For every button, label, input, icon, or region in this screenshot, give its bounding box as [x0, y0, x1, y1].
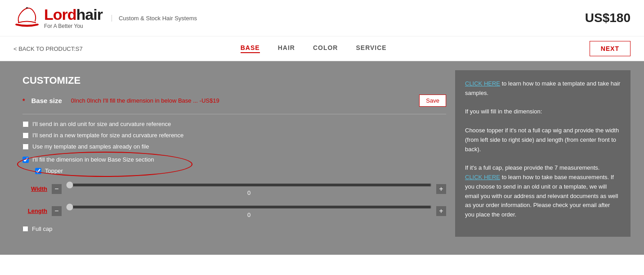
length-slider-row: Length − 0 +	[22, 203, 446, 218]
checkbox-label-3: Use my template and samples already on f…	[32, 143, 149, 150]
checkbox-my-template[interactable]	[22, 144, 29, 150]
checkbox-label-1: I'll send in an old unit for size and cu…	[32, 121, 171, 127]
base-size-divider	[22, 114, 446, 114]
save-button[interactable]: Save	[419, 95, 446, 107]
checkbox-label-2: I'll send in a new template for size and…	[32, 132, 183, 139]
nav-tabs: BASE HAIR COLOR SERVICE	[241, 44, 387, 53]
slider-section: Width − 0 + Length −	[22, 181, 446, 218]
checkbox-row-4: I'll fill the dimension in below Base Si…	[22, 154, 446, 163]
width-plus-button[interactable]: +	[436, 184, 446, 194]
logo-hair: hair	[76, 6, 103, 23]
header: Lordhair For A Better You Custom & Stock…	[0, 0, 644, 36]
length-slider-wrapper: 0	[66, 203, 432, 218]
checkbox-fill-dimension[interactable]	[22, 157, 29, 163]
lordhair-logo-icon	[13, 5, 40, 32]
checkbox-old-unit[interactable]	[22, 121, 29, 127]
info-text-2: If you will fill in the dimension:	[465, 107, 621, 117]
checkbox-group: I'll send in an old unit for size and cu…	[22, 121, 446, 174]
logo-text-block: Lordhair For A Better You	[44, 7, 103, 29]
width-slider-row: Width − 0 +	[22, 181, 446, 196]
logo-group: Lordhair For A Better You	[13, 5, 103, 32]
width-slider-wrapper: 0	[66, 181, 432, 196]
tab-color[interactable]: COLOR	[313, 44, 338, 53]
back-link[interactable]: < BACK TO PRODUCT:S7	[13, 45, 83, 52]
header-subtitle: Custom & Stock Hair Systems	[112, 15, 197, 22]
base-size-value: 0Inch 0Inch I'll fill the dimension in b…	[71, 97, 415, 104]
length-slider[interactable]	[66, 203, 432, 211]
customize-panel: CUSTOMIZE * Base size 0Inch 0Inch I'll f…	[13, 70, 631, 237]
nav-bar: < BACK TO PRODUCT:S7 BASE HAIR COLOR SER…	[0, 36, 644, 61]
tab-hair[interactable]: HAIR	[278, 44, 295, 53]
checkbox-topper[interactable]	[35, 168, 41, 174]
base-size-row: * Base size 0Inch 0Inch I'll fill the di…	[22, 95, 446, 107]
main-content: CUSTOMIZE * Base size 0Inch 0Inch I'll f…	[0, 61, 644, 255]
checkbox-fullcap[interactable]	[22, 226, 28, 232]
checkbox-row-3: Use my template and samples already on f…	[22, 143, 446, 150]
info-text-3: Choose topper if it's not a full cap wig…	[465, 126, 621, 154]
length-label: Length	[22, 207, 47, 214]
length-minus-button[interactable]: −	[52, 206, 62, 216]
header-price: US$180	[585, 11, 631, 25]
info-text-4-prefix: If it's a full cap, please provide the 7…	[465, 164, 599, 171]
width-value: 0	[247, 189, 250, 196]
checkbox-label-5: Topper	[45, 167, 63, 174]
length-value: 0	[247, 212, 250, 218]
right-info-panel: CLICK HERE to learn how to make a templa…	[455, 70, 631, 237]
tab-service[interactable]: SERVICE	[356, 44, 386, 53]
click-here-link-2[interactable]: CLICK HERE	[465, 174, 500, 180]
fullcap-label: Full cap	[32, 225, 53, 232]
width-label: Width	[22, 185, 47, 192]
width-minus-button[interactable]: −	[52, 184, 62, 194]
logo-tagline: For A Better You	[44, 23, 103, 29]
fullcap-row: Full cap	[22, 225, 446, 232]
logo-lord: Lord	[44, 6, 76, 23]
checkbox-row-1: I'll send in an old unit for size and cu…	[22, 121, 446, 127]
checkbox-row-2: I'll send in a new template for size and…	[22, 132, 446, 139]
customize-title: CUSTOMIZE	[22, 75, 446, 86]
checkbox-row-5: Topper	[35, 167, 446, 174]
width-slider[interactable]	[66, 181, 432, 189]
next-button[interactable]: NEXT	[590, 41, 631, 56]
info-text-1: CLICK HERE to learn how to make a templa…	[465, 79, 621, 98]
checkbox-label-4: I'll fill the dimension in below Base Si…	[32, 156, 154, 163]
tab-base[interactable]: BASE	[241, 44, 260, 53]
info-text-4: If it's a full cap, please provide the 7…	[465, 163, 621, 220]
checkbox-new-template[interactable]	[22, 132, 29, 139]
left-panel: CUSTOMIZE * Base size 0Inch 0Inch I'll f…	[13, 70, 455, 237]
logo-name: Lordhair	[44, 7, 103, 22]
click-here-link-1[interactable]: CLICK HERE	[465, 80, 500, 87]
length-plus-button[interactable]: +	[436, 206, 446, 216]
required-star: *	[22, 97, 25, 104]
base-size-label: Base size	[31, 97, 62, 104]
